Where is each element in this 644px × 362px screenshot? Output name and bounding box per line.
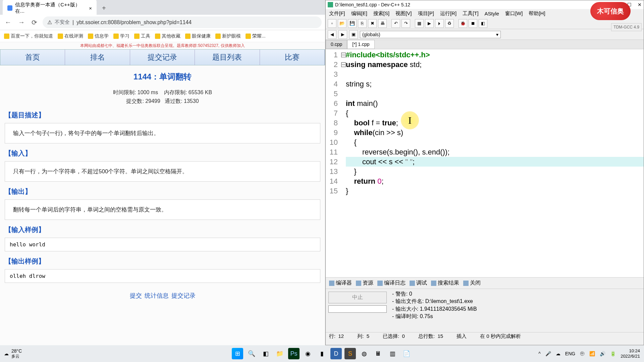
taskbar: ☁ 28°C 多云 ⊞ 🔍 ◧ 📁 Ps ◉ ▮ D S ◍ 🖩 ▥ 📄 ^ 🎤… [0, 345, 644, 362]
bookmark-item[interactable]: 工具 [134, 33, 150, 39]
bookmark-item[interactable]: 其他收藏 [155, 33, 180, 39]
compile-icon[interactable]: ▦ [415, 19, 424, 28]
forward-button[interactable]: → [17, 17, 26, 27]
close-tab-icon[interactable]: × [89, 5, 92, 11]
bottom-tab[interactable]: 编译器 [328, 279, 353, 287]
back-icon[interactable]: ◀ [328, 30, 336, 39]
menu-item[interactable]: 视图[V] [395, 10, 412, 17]
log-line: - 编译时间: 0.75s [392, 313, 641, 320]
sb-row-label: 行: [329, 333, 335, 339]
bottom-tab[interactable]: 关闭 [462, 279, 482, 287]
compile-panel: 中止 - 警告: 0- 输出文件名: D:\lemon_test\1.exe- … [326, 289, 644, 332]
profile-icon[interactable]: ◧ [479, 19, 487, 28]
close-button[interactable]: ✕ [638, 2, 642, 7]
footer-link[interactable]: 统计信息 [145, 292, 169, 299]
menu-item[interactable]: AStyle [485, 11, 499, 16]
bookmark-item[interactable]: 新护眼模 [215, 33, 241, 39]
app-icon-3[interactable]: ▥ [387, 348, 398, 359]
saveall-icon[interactable]: ⎘ [358, 19, 367, 28]
lang-indicator[interactable]: ENG [565, 351, 575, 356]
clock[interactable]: 10:24 2022/6/21 [621, 348, 640, 359]
scope-combo[interactable]: (globals)▾ [360, 31, 501, 38]
bookmark-item[interactable]: 信息学 [88, 33, 109, 39]
menu-item[interactable]: 运行[R] [440, 10, 457, 17]
stop-icon[interactable]: ⏹ [469, 19, 477, 28]
footer-link[interactable]: 提交 [130, 292, 142, 299]
bookmark-item[interactable]: 荣耀... [246, 33, 266, 39]
stop-compile-button[interactable]: 中止 [328, 292, 387, 303]
rebuild-icon[interactable]: ♻ [445, 19, 454, 28]
editor-tab[interactable]: [*] 1.cpp [347, 40, 374, 49]
chrome-icon[interactable]: ◉ [302, 348, 314, 359]
site-nav-tab[interactable]: 排名 [65, 50, 130, 65]
bookmark-item[interactable]: 百度一下，你就知道 [4, 33, 53, 39]
photoshop-icon[interactable]: Ps [288, 348, 300, 359]
address-bar[interactable]: ⚠ 不安全 | ybt.ssoier.cn:8088/problem_show.… [43, 16, 322, 28]
explorer-icon[interactable]: 📁 [274, 348, 285, 359]
close-file-icon[interactable]: ✖ [368, 19, 377, 28]
site-nav-tab[interactable]: 题目列表 [195, 50, 260, 65]
notepad-icon[interactable]: 📄 [401, 348, 412, 359]
save-icon[interactable]: 💾 [348, 19, 357, 28]
weather-widget[interactable]: ☁ 28°C 多云 [4, 348, 22, 359]
browser-tab[interactable]: 信息学奥赛一本通（C++版）在... × [3, 0, 97, 17]
onedrive-icon[interactable]: ☁ [556, 351, 560, 356]
menu-item[interactable]: 编辑[E] [351, 10, 367, 17]
bottom-tab[interactable]: 搜索结果 [430, 279, 461, 287]
new-tab-button[interactable]: + [99, 3, 109, 13]
tray-chevron-icon[interactable]: ^ [538, 351, 541, 356]
time-limit: 时间限制: 1000 ms [113, 89, 158, 95]
battery-icon[interactable]: 🔋 [610, 351, 616, 356]
footer-link[interactable]: 提交记录 [171, 292, 196, 299]
open-icon[interactable]: 📂 [338, 19, 346, 28]
run-icon[interactable]: ▶ [425, 19, 434, 28]
taskbar-center: ⊞ 🔍 ◧ 📁 Ps ◉ ▮ D S ◍ 🖩 ▥ 📄 [232, 348, 412, 359]
app-icon-2[interactable]: ◍ [359, 348, 370, 359]
menu-item[interactable]: 工具[T] [463, 10, 479, 17]
bookmark-item[interactable]: 眼保健康 [185, 33, 211, 39]
compile-run-icon[interactable]: ⏵ [435, 19, 444, 28]
menu-item[interactable]: 文件[F] [329, 10, 345, 17]
reload-button[interactable]: ⟳ [30, 17, 39, 28]
new-file-icon[interactable]: ▫ [328, 19, 336, 28]
menu-item[interactable]: 窗口[W] [505, 10, 523, 17]
print-icon[interactable]: 🖶 [378, 19, 387, 28]
mic-icon[interactable]: 🎤 [545, 351, 551, 356]
goto-icon[interactable]: ▣ [349, 30, 358, 39]
bottom-tab[interactable]: 资源 [355, 279, 375, 287]
code-area[interactable]: #include<bits/stdc++.h>using namespace s… [346, 49, 644, 277]
site-nav-tab[interactable]: 首页 [0, 50, 65, 65]
fwd-icon[interactable]: ▶ [338, 30, 347, 39]
calc-icon[interactable]: 🖩 [373, 348, 384, 359]
code-editor[interactable]: 123456789101112131415 ⊟⊟ #include<bits/s… [326, 49, 644, 277]
site-nav-tab[interactable]: 提交记录 [130, 50, 195, 65]
site-nav-tab[interactable]: 比赛 [260, 50, 325, 65]
ime-icon[interactable]: ㊥ [580, 351, 585, 357]
menu-item[interactable]: 帮助[H] [529, 10, 545, 17]
bottom-tab[interactable]: 编译日志 [376, 279, 407, 287]
browser-toolbar: ← → ⟳ ⚠ 不安全 | ybt.ssoier.cn:8088/problem… [0, 15, 325, 30]
redo-icon[interactable]: ↷ [401, 19, 410, 28]
browser-window: 信息学奥赛一本通（C++版）在... × + ← → ⟳ ⚠ 不安全 | ybt… [0, 0, 325, 345]
taskview-icon[interactable]: ◧ [260, 348, 271, 359]
back-button[interactable]: ← [3, 17, 13, 27]
line-gutter: 123456789101112131415 [326, 49, 340, 277]
app-icon-1[interactable]: ▮ [316, 348, 328, 359]
menu-item[interactable]: 搜索[S] [373, 10, 389, 17]
wifi-icon[interactable]: 📶 [589, 351, 595, 356]
editor-tab[interactable]: 0.cpp [326, 40, 347, 49]
sb-sel: 0 [402, 333, 405, 339]
devcpp-taskbar-icon[interactable]: D [330, 348, 342, 359]
fold-gutter: ⊟⊟ [340, 49, 346, 277]
menu-item[interactable]: 项目[P] [418, 10, 434, 17]
window-title: D:\lemon_test\1.cpp - Dev-C++ 5.12 [335, 2, 410, 7]
debug-icon[interactable]: 🐞 [459, 19, 467, 28]
bookmark-item[interactable]: 在线评测 [58, 33, 83, 39]
bookmark-item[interactable]: 学习 [113, 33, 129, 39]
volume-icon[interactable]: 🔊 [600, 351, 605, 356]
start-button[interactable]: ⊞ [232, 348, 243, 359]
bottom-tab[interactable]: 调试 [408, 279, 428, 287]
undo-icon[interactable]: ↶ [391, 19, 400, 28]
search-icon[interactable]: 🔍 [246, 348, 257, 359]
sublime-icon[interactable]: S [344, 348, 356, 359]
